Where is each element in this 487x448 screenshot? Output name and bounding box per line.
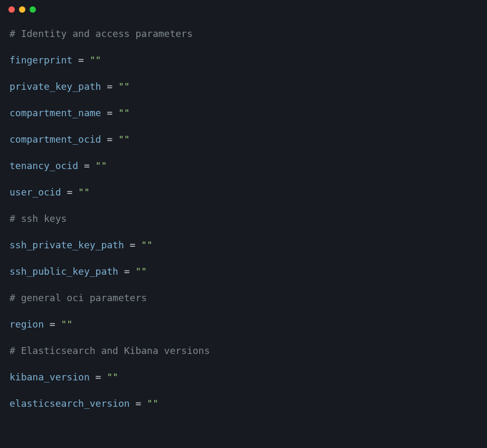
equals-op: = [72,54,90,66]
string-value: "" [118,107,130,118]
variable-name: kibana_version [10,371,90,382]
equals-op: = [78,160,96,171]
variable-name: compartment_ocid [10,134,101,145]
string-value: "" [118,134,130,145]
variable-name: fingerprint [10,54,72,66]
code-line: # Elasticsearch and Kibana versions [10,343,477,358]
code-line: kibana_version = "" [10,370,477,384]
equals-op: = [44,319,61,330]
variable-name: tenancy_ocid [10,160,78,171]
comment-text: # Elasticsearch and Kibana versions [10,345,210,356]
equals-op: = [101,107,118,118]
equals-op: = [101,134,118,145]
comment-text: # ssh keys [10,213,67,224]
code-line: user_ocid = "" [10,185,477,199]
string-value: "" [107,371,118,382]
string-value: "" [118,81,130,92]
string-value: "" [61,319,73,330]
string-value: "" [141,239,153,250]
code-line: compartment_ocid = "" [10,132,477,146]
code-line: private_key_path = "" [10,79,477,94]
equals-op: = [124,239,142,250]
code-line: fingerprint = "" [10,53,477,67]
string-value: "" [78,186,90,198]
code-line: tenancy_ocid = "" [10,158,477,173]
variable-name: elasticsearch_version [10,398,130,409]
equals-op: = [61,186,79,198]
titlebar [0,0,487,19]
code-line: compartment_name = "" [10,106,477,120]
equals-op: = [130,398,147,409]
code-line: ssh_private_key_path = "" [10,238,477,252]
code-line: elasticsearch_version = "" [10,396,477,410]
equals-op: = [118,266,136,277]
string-value: "" [147,398,158,409]
variable-name: region [10,319,44,330]
string-value: "" [90,54,101,66]
variable-name: user_ocid [10,186,61,198]
variable-name: private_key_path [10,81,101,92]
comment-text: # general oci parameters [10,292,147,303]
close-icon[interactable] [8,6,15,13]
code-editor[interactable]: # Identity and access parameters fingerp… [0,19,487,418]
variable-name: compartment_name [10,107,101,118]
code-line: # general oci parameters [10,291,477,305]
equals-op: = [101,81,118,92]
comment-text: # Identity and access parameters [10,28,193,39]
code-line: region = "" [10,317,477,331]
maximize-icon[interactable] [30,6,36,13]
code-line: # Identity and access parameters [10,26,477,41]
code-line: # ssh keys [10,211,477,226]
string-value: "" [96,160,107,171]
equals-op: = [90,371,107,382]
variable-name: ssh_public_key_path [10,266,118,277]
string-value: "" [135,266,147,277]
variable-name: ssh_private_key_path [10,239,124,250]
code-line: ssh_public_key_path = "" [10,264,477,278]
minimize-icon[interactable] [19,6,25,13]
